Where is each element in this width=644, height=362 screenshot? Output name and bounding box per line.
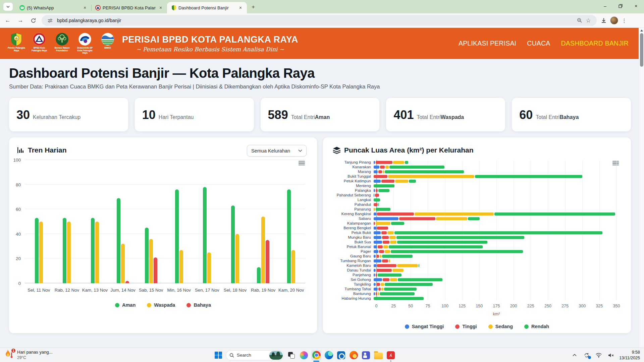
acrobat-button[interactable]: ʎ <box>386 350 396 360</box>
area-bar-track <box>374 278 616 281</box>
area-row: Marang <box>333 170 616 174</box>
kelurahan-filter-dropdown[interactable]: Semua Kelurahan <box>247 145 307 157</box>
area-bar-track <box>374 283 616 286</box>
area-bar-track <box>374 217 616 220</box>
tab-search-button[interactable] <box>3 3 13 11</box>
zoom-page-icon[interactable] <box>575 16 584 25</box>
borneo-nature-foundation-logo: Borneo Nature Foundation <box>53 33 71 52</box>
area-bar-segment-sedang <box>387 231 394 234</box>
nav-dashboard-banjir[interactable]: DASHBOARD BANJIR <box>561 40 629 47</box>
trend-bar-group <box>81 160 109 283</box>
x-tick-label: 200 <box>510 304 517 308</box>
outlook-button[interactable] <box>336 350 346 360</box>
area-bar-segment-rendah <box>374 297 424 300</box>
kelurahan-label: Danau Tundai <box>333 268 374 272</box>
trend-bar-aman <box>35 218 39 283</box>
area-bar-segment-rendah <box>389 166 444 169</box>
legend-label: Aman <box>122 302 136 308</box>
area-bar-segment-tinggi <box>378 245 382 248</box>
nav-aplikasi-perisai[interactable]: APLIKASI PERISAI <box>459 40 516 47</box>
kelurahan-label: Kameloh Baru <box>333 263 374 267</box>
y-tick-label: 60 <box>16 207 21 212</box>
x-tick-label: 225 <box>527 304 534 308</box>
trend-bar-aman <box>231 205 235 283</box>
area-bar-segment-rendah <box>380 292 414 295</box>
edge-button[interactable] <box>324 350 334 360</box>
trend-bar-group <box>221 160 249 283</box>
sync-status-icon[interactable] <box>583 352 590 359</box>
browser-menu-icon[interactable]: ⋮ <box>622 17 627 24</box>
new-tab-button[interactable]: + <box>249 3 258 11</box>
bookmark-star-icon[interactable]: ☆ <box>584 16 593 25</box>
area-chart-title: Puncak Luas Area (km²) per Kelurahan <box>344 146 474 154</box>
downloads-icon[interactable] <box>601 17 607 23</box>
area-bar-segment-sangat-tinggi <box>374 264 376 267</box>
kelurahan-label: Petuk Barunai <box>333 245 374 249</box>
window-restore-button[interactable] <box>616 2 625 10</box>
teams-button[interactable] <box>361 350 371 360</box>
x-tick-label: 175 <box>493 304 500 308</box>
edge-icon <box>325 351 333 359</box>
firefox-button[interactable] <box>348 350 359 360</box>
area-bar-segment-rendah <box>396 236 524 239</box>
weather-widget[interactable]: 1 Hari panas yang... 29°C <box>5 349 53 360</box>
scrollbar-up-arrow-icon[interactable] <box>640 29 643 32</box>
task-view-button[interactable] <box>286 350 297 360</box>
volume-muted-icon[interactable] <box>607 352 614 359</box>
area-bar-segment-sedang <box>389 236 396 239</box>
area-row: Danau Tundai <box>333 268 616 272</box>
area-bar-segment-tinggi <box>382 259 388 262</box>
tab-whatsapp[interactable]: ☎ (5) WhatsApp × <box>15 2 91 13</box>
trend-bar-waspada <box>235 234 239 283</box>
trend-bar-aman <box>91 218 95 283</box>
area-bar-segment-rendah <box>419 264 419 267</box>
scrollbar-thumb[interactable] <box>640 33 643 67</box>
tab-dashboard-banjir[interactable]: Dashboard Potensi Banjir × <box>167 2 247 13</box>
nav-cuaca[interactable]: CUACA <box>527 40 550 47</box>
search-input[interactable]: Search <box>226 350 284 360</box>
area-bar-segment-rendah <box>409 180 416 183</box>
copilot-button[interactable] <box>299 350 309 360</box>
logo-row: Pemko Palangka Raya BPBD Kota Palangka R… <box>7 33 117 54</box>
close-icon[interactable]: × <box>158 5 164 11</box>
start-button[interactable] <box>213 350 223 360</box>
url-bar[interactable]: bpbd.palangkaraya.go.id/banjir ☆ <box>42 15 597 26</box>
url-text[interactable]: bpbd.palangkaraya.go.id/banjir <box>57 18 575 23</box>
wifi-icon[interactable] <box>595 352 602 359</box>
tab-perisai[interactable]: PERISAI BPBD Kota Palangka Ra × <box>91 2 167 13</box>
area-bar-segment-tinggi <box>382 236 389 239</box>
trend-bar-bahaya <box>125 281 129 283</box>
area-bar-segment-rendah <box>398 278 442 281</box>
file-explorer-button[interactable] <box>373 350 383 360</box>
area-bar-segment-sedang <box>380 255 381 258</box>
chrome-button[interactable] <box>311 350 321 360</box>
trend-bar-aman <box>145 228 149 283</box>
tray-expand-icon[interactable] <box>571 352 578 359</box>
tray-time: 9:58 <box>619 350 640 355</box>
area-bar-segment-tinggi <box>376 283 380 286</box>
site-info-icon[interactable] <box>46 16 54 25</box>
area-bar-track <box>374 245 616 248</box>
x-tick-label: 250 <box>544 304 551 308</box>
chevron-down-icon <box>298 149 302 152</box>
trend-bar-waspada <box>179 250 183 283</box>
trend-bar-waspada <box>95 222 99 283</box>
clock[interactable]: 9:58 13/11/2025 <box>619 350 640 361</box>
close-icon[interactable]: × <box>237 5 244 11</box>
reload-button[interactable] <box>28 15 38 25</box>
area-row: Tangkiling <box>333 282 616 286</box>
area-bar-segment-sedang <box>389 259 390 262</box>
area-bar-segment-sedang <box>393 161 404 164</box>
window-close-button[interactable]: × <box>631 2 641 10</box>
page-scrollbar[interactable] <box>639 28 644 348</box>
area-bar-segment-tinggi <box>376 274 377 277</box>
area-bar-segment-sangat-tinggi <box>374 245 377 248</box>
close-icon[interactable]: × <box>82 5 88 11</box>
profile-avatar[interactable] <box>610 16 618 24</box>
forward-button[interactable]: → <box>15 15 25 25</box>
tab-title: PERISAI BPBD Kota Palangka Ra <box>103 5 156 10</box>
trend-bar-group <box>109 160 137 283</box>
taskbar: 1 Hari panas yang... 29°C Search ʎ <box>0 348 644 362</box>
window-minimize-button[interactable]: – <box>600 2 610 10</box>
back-button[interactable]: ← <box>3 15 13 25</box>
